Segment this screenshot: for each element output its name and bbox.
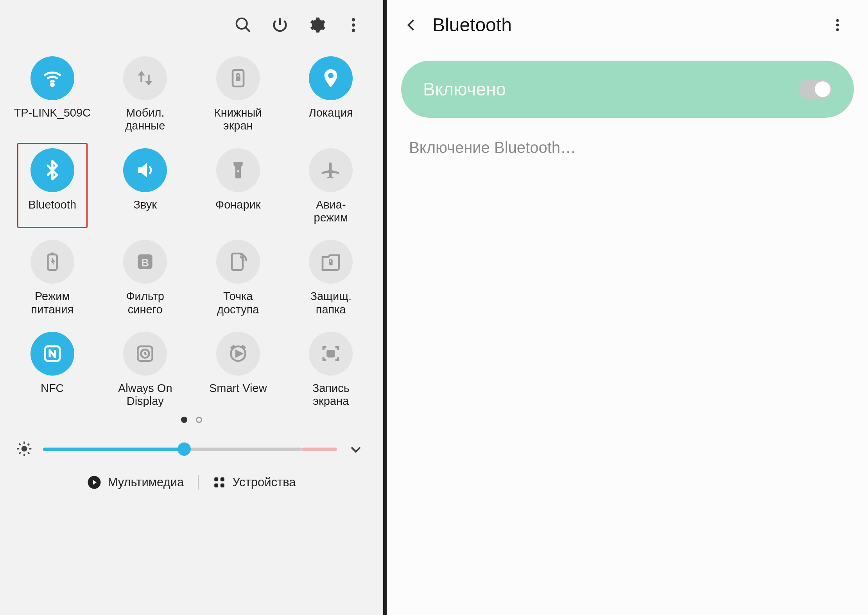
svg-rect-9 [50,253,54,255]
tile-ebook[interactable]: Книжный экран [194,56,283,133]
brightness-row [0,423,383,459]
svg-line-24 [19,444,21,445]
svg-rect-12 [329,262,333,265]
svg-text:B: B [141,257,149,269]
svg-rect-32 [215,484,219,487]
svg-line-27 [28,444,29,445]
svg-point-36 [836,28,839,31]
gear-icon[interactable] [307,15,327,35]
tile-secfolder[interactable]: Защищ. папка [287,240,376,316]
tile-label: Локация [309,106,353,119]
svg-line-26 [19,452,21,454]
batteryrec-icon[interactable] [30,240,74,284]
updown-icon[interactable] [123,56,167,100]
tile-bluetooth[interactable]: Bluetooth [8,148,97,225]
bluetooth-settings-panel: Bluetooth Включено Включение Bluetooth… [387,0,868,615]
brightness-thumb[interactable] [178,442,191,456]
media-button[interactable]: Мультимедиа [87,475,184,489]
bluetooth-master-toggle-row[interactable]: Включено [401,61,854,118]
tile-label: Фонарик [215,198,260,211]
hotspot-icon[interactable] [216,240,260,284]
tile-powermode[interactable]: Режим питания [8,240,97,316]
bluetooth-icon[interactable] [30,148,74,192]
tile-label: TP-LINK_509C [14,106,91,119]
tile-label: Always On Display [118,382,172,408]
status-text: Включение Bluetooth… [409,139,846,156]
svg-point-2 [352,18,355,21]
more-icon[interactable] [827,15,848,35]
tile-label: Режим питания [31,290,74,316]
tile-label: Авиа- режим [314,198,348,225]
power-icon[interactable] [270,15,290,35]
media-label: Мультимедиа [108,475,184,489]
svg-point-4 [352,29,355,32]
page-dot-other[interactable] [196,417,202,423]
more-icon[interactable] [343,15,364,35]
toggle-switch[interactable] [798,80,832,99]
tile-label: Фильтр синего [126,290,164,316]
svg-line-1 [246,28,250,32]
airplane-icon[interactable] [309,148,353,192]
letterB-icon[interactable]: B [123,240,167,284]
page-indicator [0,417,383,423]
tile-label: Книжный экран [214,106,262,133]
svg-line-25 [28,452,29,454]
svg-marker-17 [236,351,242,356]
tile-sound[interactable]: Звук [101,148,190,225]
wifi-icon[interactable] [30,56,74,100]
separator [198,475,199,489]
panel-divider [383,0,387,615]
capture-icon[interactable] [309,332,353,376]
brightness-icon [16,440,33,459]
tile-hotspot[interactable]: Точка доступа [194,240,283,316]
svg-point-0 [237,18,247,29]
svg-point-35 [836,23,839,26]
securefolder-icon[interactable] [309,240,353,284]
cast-icon[interactable] [216,332,260,376]
svg-rect-33 [221,484,224,487]
tile-label: Мобил. данные [125,106,165,133]
svg-point-3 [352,23,355,27]
tile-airplane[interactable]: Авиа- режим [287,148,376,225]
devices-button[interactable]: Устройства [213,475,296,489]
tile-label: Smart View [209,382,267,395]
tile-label: NFC [41,382,64,395]
svg-rect-7 [236,76,240,81]
tile-bluefilter[interactable]: BФильтр синего [101,240,190,316]
tile-aod[interactable]: Always On Display [101,332,190,408]
svg-rect-30 [215,477,219,481]
speaker-icon[interactable] [123,148,167,192]
tile-nfc[interactable]: NFC [8,332,97,408]
tile-label: Точка доступа [217,290,259,316]
page-dot-current [181,417,187,423]
qs-tiles-grid: TP-LINK_509CМобил. данныеКнижный экранЛо… [0,45,383,408]
nfc-icon[interactable] [30,332,74,376]
booklock-icon[interactable] [216,56,260,100]
clockrect-icon[interactable] [123,332,167,376]
search-icon[interactable] [233,15,253,35]
toggle-label: Включено [423,79,506,100]
tile-label: Bluetooth [28,198,76,211]
settings-header: Bluetooth [387,0,868,50]
tile-screenrec[interactable]: Запись экрана [287,332,376,408]
svg-point-34 [836,19,839,22]
svg-rect-18 [328,351,334,356]
brightness-slider[interactable] [43,448,337,451]
tile-wifi[interactable]: TP-LINK_509C [8,56,97,133]
svg-point-5 [51,83,54,86]
pin-icon[interactable] [309,56,353,100]
tile-mobiledata[interactable]: Мобил. данные [101,56,190,133]
tile-label: Запись экрана [312,382,350,408]
tile-smartview[interactable]: Smart View [194,332,283,408]
qs-toolbar [0,0,383,45]
chevron-down-icon[interactable] [347,441,364,458]
devices-label: Устройства [232,475,296,489]
flashlight-icon[interactable] [216,148,260,192]
tile-flashlight[interactable]: Фонарик [194,148,283,225]
qs-bottom-bar: Мультимедиа Устройства [0,475,383,489]
tile-location[interactable]: Локация [287,56,376,133]
quick-settings-panel: TP-LINK_509CМобил. данныеКнижный экранЛо… [0,0,383,615]
svg-rect-31 [221,477,224,481]
tile-label: Звук [134,198,157,211]
back-icon[interactable] [401,15,421,35]
